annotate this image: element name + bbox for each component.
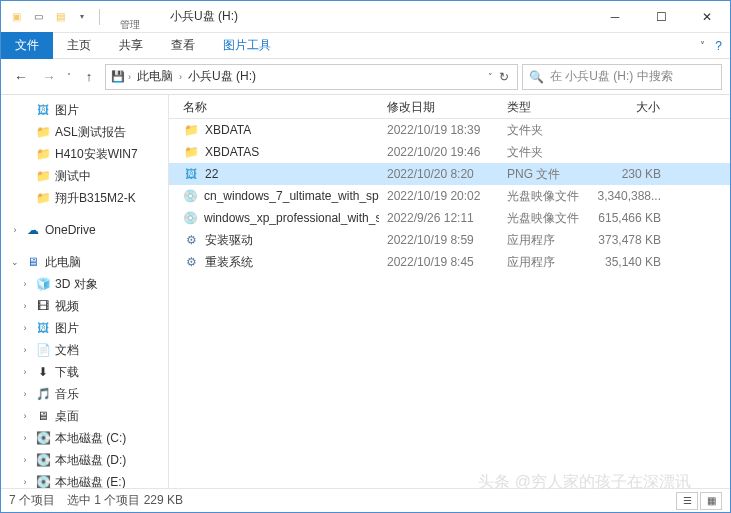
file-type: PNG 文件: [499, 166, 589, 183]
file-list: 名称 修改日期 类型 大小 📁XBDATA2022/10/19 18:39文件夹…: [169, 95, 730, 488]
drive-icon: 💽: [35, 474, 51, 488]
back-button[interactable]: ←: [9, 65, 33, 89]
tree-disk-d[interactable]: ›💽本地磁盘 (D:): [1, 449, 168, 471]
tree-item[interactable]: 📁H410安装WIN7: [1, 143, 168, 165]
chevron-right-icon[interactable]: ›: [126, 72, 133, 82]
up-button[interactable]: ↑: [77, 65, 101, 89]
tree-desktop[interactable]: ›🖥桌面: [1, 405, 168, 427]
file-type: 光盘映像文件: [499, 188, 589, 205]
file-size: 373,478 KB: [589, 233, 679, 247]
drive-icon: 💽: [35, 430, 51, 446]
exe-icon: ⚙: [183, 232, 199, 248]
open-icon[interactable]: ▤: [51, 8, 69, 26]
home-tab[interactable]: 主页: [53, 32, 105, 59]
status-bar: 7 个项目 选中 1 个项目 229 KB ☰ ▦: [1, 488, 730, 512]
document-icon: 📄: [35, 342, 51, 358]
breadcrumb-current[interactable]: 小兵U盘 (H:): [184, 68, 260, 85]
file-size: 35,140 KB: [589, 255, 679, 269]
file-date: 2022/10/20 19:46: [379, 145, 499, 159]
column-date[interactable]: 修改日期: [379, 95, 499, 118]
column-name[interactable]: 名称: [169, 95, 379, 118]
file-row[interactable]: 💿windows_xp_professional_with_servic...2…: [169, 207, 730, 229]
thumbnails-view-button[interactable]: ▦: [700, 492, 722, 510]
search-input[interactable]: 🔍 在 小兵U盘 (H:) 中搜索: [522, 64, 722, 90]
properties-icon[interactable]: ▭: [29, 8, 47, 26]
file-type: 文件夹: [499, 122, 589, 139]
help-icon[interactable]: ?: [715, 39, 722, 53]
forward-button[interactable]: →: [37, 65, 61, 89]
tree-item[interactable]: 📁测试中: [1, 165, 168, 187]
refresh-icon[interactable]: ↻: [499, 70, 509, 84]
file-type: 应用程序: [499, 232, 589, 249]
address-dropdown-icon[interactable]: ˅: [488, 72, 493, 82]
picture-tools-tab[interactable]: 图片工具: [209, 32, 285, 59]
cloud-icon: ☁: [25, 222, 41, 238]
view-tab[interactable]: 查看: [157, 32, 209, 59]
navigation-pane[interactable]: 🖼图片 📁ASL测试报告 📁H410安装WIN7 📁测试中 📁翔升B315M2-…: [1, 95, 169, 488]
tree-pictures[interactable]: ›🖼图片: [1, 317, 168, 339]
maximize-button[interactable]: ☐: [638, 1, 684, 32]
folder-icon: 📁: [35, 168, 51, 184]
selection-info: 选中 1 个项目 229 KB: [67, 492, 183, 509]
qat-overflow-icon[interactable]: ▾: [73, 8, 91, 26]
tree-documents[interactable]: ›📄文档: [1, 339, 168, 361]
share-tab[interactable]: 共享: [105, 32, 157, 59]
iso-icon: 💿: [183, 210, 198, 226]
close-button[interactable]: ✕: [684, 1, 730, 32]
minimize-button[interactable]: ─: [592, 1, 638, 32]
pictures-icon: 🖼: [35, 102, 51, 118]
file-date: 2022/10/19 8:59: [379, 233, 499, 247]
tree-item[interactable]: 📁ASL测试报告: [1, 121, 168, 143]
file-date: 2022/10/19 8:45: [379, 255, 499, 269]
file-row[interactable]: 📁XBDATA2022/10/19 18:39文件夹: [169, 119, 730, 141]
image-icon: 🖼: [183, 166, 199, 182]
divider: [99, 9, 100, 25]
file-row[interactable]: 📁XBDATAS2022/10/20 19:46文件夹: [169, 141, 730, 163]
column-size[interactable]: 大小: [589, 95, 679, 118]
file-row[interactable]: 🖼222022/10/20 8:20PNG 文件230 KB: [169, 163, 730, 185]
ribbon: 文件 主页 共享 查看 图片工具 ˅ ?: [1, 33, 730, 59]
column-type[interactable]: 类型: [499, 95, 589, 118]
file-size: 230 KB: [589, 167, 679, 181]
folder-icon: ▣: [7, 8, 25, 26]
file-tab[interactable]: 文件: [1, 32, 53, 59]
tree-onedrive[interactable]: ›☁OneDrive: [1, 219, 168, 241]
file-name: windows_xp_professional_with_servic...: [204, 211, 379, 225]
window-controls: ─ ☐ ✕: [592, 1, 730, 32]
history-dropdown-icon[interactable]: ˅: [65, 72, 73, 81]
folder-icon: 📁: [183, 122, 199, 138]
tree-pictures[interactable]: 🖼图片: [1, 99, 168, 121]
music-icon: 🎵: [35, 386, 51, 402]
file-type: 光盘映像文件: [499, 210, 589, 227]
search-placeholder: 在 小兵U盘 (H:) 中搜索: [550, 68, 673, 85]
explorer-window: ▣ ▭ ▤ ▾ 管理 小兵U盘 (H:) ─ ☐ ✕ 文件 主页 共享 查看 图…: [0, 0, 731, 513]
tree-thispc[interactable]: ⌄🖥此电脑: [1, 251, 168, 273]
file-size: 3,340,388...: [589, 189, 679, 203]
folder-icon: 📁: [35, 124, 51, 140]
download-icon: ⬇: [35, 364, 51, 380]
file-date: 2022/9/26 12:11: [379, 211, 499, 225]
file-row[interactable]: ⚙重装系统2022/10/19 8:45应用程序35,140 KB: [169, 251, 730, 273]
file-row[interactable]: ⚙安装驱动2022/10/19 8:59应用程序373,478 KB: [169, 229, 730, 251]
breadcrumb-root[interactable]: 此电脑: [133, 68, 177, 85]
tree-video[interactable]: ›🎞视频: [1, 295, 168, 317]
drive-icon: 💾: [110, 69, 126, 85]
minimize-ribbon-icon[interactable]: ˅: [700, 40, 705, 51]
file-size: 615,466 KB: [589, 211, 679, 225]
chevron-right-icon[interactable]: ›: [177, 72, 184, 82]
tree-disk-c[interactable]: ›💽本地磁盘 (C:): [1, 427, 168, 449]
quick-access-toolbar: ▣ ▭ ▤ ▾: [1, 8, 110, 26]
iso-icon: 💿: [183, 188, 198, 204]
file-date: 2022/10/20 8:20: [379, 167, 499, 181]
exe-icon: ⚙: [183, 254, 199, 270]
tree-downloads[interactable]: ›⬇下载: [1, 361, 168, 383]
tree-disk-e[interactable]: ›💽本地磁盘 (E:): [1, 471, 168, 488]
tree-3d[interactable]: ›🧊3D 对象: [1, 273, 168, 295]
tree-item[interactable]: 📁翔升B315M2-K: [1, 187, 168, 209]
body: 🖼图片 📁ASL测试报告 📁H410安装WIN7 📁测试中 📁翔升B315M2-…: [1, 95, 730, 488]
file-row[interactable]: 💿cn_windows_7_ultimate_with_sp1_x64_...2…: [169, 185, 730, 207]
address-box[interactable]: 💾 › 此电脑 › 小兵U盘 (H:) ˅ ↻: [105, 64, 518, 90]
details-view-button[interactable]: ☰: [676, 492, 698, 510]
tree-music[interactable]: ›🎵音乐: [1, 383, 168, 405]
file-rows[interactable]: 📁XBDATA2022/10/19 18:39文件夹📁XBDATAS2022/1…: [169, 119, 730, 488]
